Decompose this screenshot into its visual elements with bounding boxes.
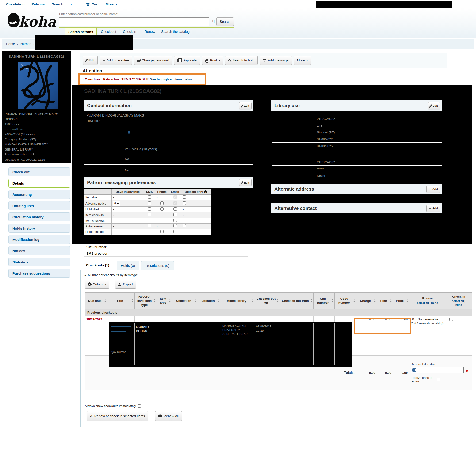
col-record-item-type[interactable]: Record-level item type [135,293,157,309]
columns-button[interactable]: Columns [85,280,109,289]
msg-row-auto-renewal: Auto renewal - - [84,224,211,229]
nav-cart[interactable]: Cart [86,2,99,6]
tab-check-in[interactable]: Check in [123,30,136,34]
digests-checkbox[interactable] [183,195,186,199]
col-collection[interactable]: Collection [172,293,198,309]
tab-restrictions[interactable]: Restrictions (0) [141,261,174,270]
nav-search[interactable]: Search [52,2,63,6]
renewal-due-date-input[interactable] [411,367,463,373]
renew-none-link[interactable]: none [431,301,438,305]
col-title[interactable]: Title [107,293,135,309]
change-password-button[interactable]: Change password [134,56,172,65]
messaging-edit-label: Edit [244,181,249,184]
email-checkbox[interactable] [174,201,177,205]
clear-date-icon[interactable]: × [465,368,469,374]
sidebar-item-statistics[interactable]: Statistics [8,257,71,266]
checkin-select-all-link[interactable]: select all [452,300,464,303]
sidebar-item-routing-lists[interactable]: Routing lists [8,201,71,210]
renew-select-all-link[interactable]: select all [417,301,429,305]
tab-search-catalog[interactable]: Search the catalog [161,30,190,34]
sidebar-item-accounting[interactable]: Accounting [8,190,71,199]
checkin-none-link[interactable]: none [455,303,462,307]
sms-checkbox[interactable] [148,230,151,233]
col-charge[interactable]: Charge [356,293,377,309]
checkouts-by-itemtype-toggle[interactable]: ▸ Number of checkouts by item type [85,273,138,277]
export-button[interactable]: Export [115,280,136,289]
sidebar-item-check-out[interactable]: Check out [8,168,71,176]
col-item-type[interactable]: Item type [157,293,172,309]
msg-cell-checkbox [181,200,211,207]
col-home-library[interactable]: Home library [221,293,255,309]
redacted-email-link[interactable] [125,141,162,141]
sms-checkbox[interactable] [148,195,151,199]
nav-more[interactable]: More ▾ [106,2,117,6]
nav-circulation[interactable]: Circulation [6,2,24,6]
sort-icon [104,299,106,302]
col-due-date[interactable]: Due date [85,293,107,309]
sidebar-item-modification-log[interactable]: Modification log [8,235,71,244]
phone-checkbox[interactable] [160,230,164,233]
breadcrumb-patrons[interactable]: Patrons [20,42,31,46]
overdues-link[interactable]: See highlighted items below [150,77,193,81]
sidebar-item-notices[interactable]: Notices [8,246,71,255]
alternative-contact-add-button[interactable]: +Add [426,205,440,212]
patron-search-input[interactable] [59,17,209,26]
tab-renew[interactable]: Renew [145,30,155,34]
nav-patrons[interactable]: Patrons [32,2,45,6]
contact-edit-button[interactable]: Edit [239,102,252,109]
advance-notice-select[interactable]: 0 [113,201,120,206]
email-checkbox[interactable] [174,219,177,222]
koha-logo[interactable]: koha [6,12,56,29]
email-checkbox[interactable] [174,207,177,211]
sms-checkbox[interactable] [148,219,151,222]
col-copy-number[interactable]: Copy number [335,293,356,309]
checkin-checkbox[interactable] [450,318,453,321]
sms-checkbox[interactable] [148,213,151,216]
msg-cell-dash: - [181,218,211,224]
tab-checkouts[interactable]: Checkouts (1) [81,260,114,270]
email-checkbox[interactable] [174,195,177,199]
digests-checkbox[interactable] [183,224,186,227]
always-show-checkbox[interactable] [138,404,141,408]
tab-holds[interactable]: Holds (0) [117,261,139,270]
sidebar-item-circulation-history[interactable]: Circulation history [8,213,71,221]
sms-checkbox[interactable] [148,224,151,227]
alternate-address-add-button[interactable]: +Add [426,186,440,193]
email-checkbox[interactable] [174,230,177,233]
print-button[interactable]: Print▾ [202,56,223,65]
phone-checkbox[interactable] [160,201,164,205]
expand-search-link[interactable]: [+] [211,19,214,23]
breadcrumb-home[interactable]: Home [6,42,15,46]
add-guarantee-button[interactable]: +Add guarantee [100,56,132,65]
sms-checkbox[interactable] [148,207,151,211]
search-button[interactable]: Search [216,17,234,26]
phone-checkbox[interactable] [160,207,164,211]
sidebar-item-purchase-suggestions[interactable]: Purchase suggestions [8,269,71,278]
more-button[interactable]: More▾ [294,56,311,65]
sms-checkbox[interactable] [148,201,151,205]
toggle-label: Number of checkouts by item type [88,273,138,277]
library-use-edit-button[interactable]: Edit [428,102,440,109]
sidebar-item-holds-history[interactable]: Holds history [8,224,71,233]
col-checked-out-on[interactable]: Checked out on [255,293,280,309]
renew-all-button[interactable]: Renew all [155,411,182,421]
renew-or-checkin-selected-button[interactable]: ✓Renew or check in selected items [87,411,148,421]
col-price[interactable]: Price [393,293,409,309]
col-checked-out-from[interactable]: Checked out from [280,293,314,309]
email-checkbox[interactable] [174,213,177,216]
tab-search-patrons[interactable]: Search patrons [65,28,97,36]
add-message-button[interactable]: Add message [260,56,292,65]
email-checkbox[interactable] [174,224,177,227]
digests-checkbox[interactable] [183,201,186,205]
edit-button[interactable]: Edit [83,56,98,65]
chevron-down-icon[interactable]: ▾ [71,3,72,6]
sidebar-item-details[interactable]: Details [8,179,71,188]
forgive-fines-checkbox[interactable] [437,378,440,381]
tab-check-out[interactable]: Check out [101,30,116,34]
col-call-number[interactable]: Call number [314,293,335,309]
col-fine[interactable]: Fine [377,293,393,309]
duplicate-button[interactable]: Duplicate [174,56,200,65]
col-location[interactable]: Location [198,293,221,309]
messaging-edit-button[interactable]: Edit [239,179,252,186]
search-to-hold-button[interactable]: Search to hold [225,56,258,65]
